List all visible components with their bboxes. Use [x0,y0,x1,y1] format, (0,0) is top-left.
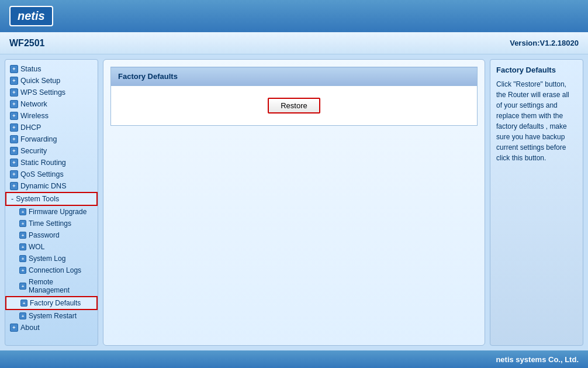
wol-icon: + [19,243,26,250]
subitem-label-time: Time Settings [29,219,71,228]
subitem-label-remote-mgmt: Remote Management [29,278,93,294]
dynamic-dns-icon: + [10,182,18,190]
dhcp-icon: + [10,123,18,132]
company-name: netis systems Co., Ltd. [496,355,579,364]
version-label: Version:V1.2.18020 [510,39,579,47]
sidebar-item-static-routing[interactable]: + Static Routing [5,157,98,168]
restart-icon: + [19,312,26,319]
network-icon: + [10,100,18,108]
sidebar-item-qos-settings[interactable]: + QoS Settings [5,168,98,180]
help-title: Factory Defaults [496,66,577,74]
security-icon: + [10,147,18,155]
table-body: Restore [111,86,478,126]
sidebar-subitem-password[interactable]: + Password [5,229,98,241]
conn-logs-icon: + [19,267,26,274]
sidebar-subitem-wol[interactable]: + WOL [5,241,98,253]
sidebar-label-dynamic-dns: Dynamic DNS [20,182,67,190]
subitem-label-syslog: System Log [29,254,65,263]
sidebar-label-status: Status [20,65,41,73]
help-panel: Factory Defaults Click "Restore" button,… [490,59,583,346]
sidebar-item-about[interactable]: + About [5,322,98,333]
sidebar-item-dhcp[interactable]: + DHCP [5,122,98,133]
sidebar-item-wireless[interactable]: + Wireless [5,110,98,122]
sidebar-item-status[interactable]: + Status [5,63,98,75]
sidebar-subitem-remote-management[interactable]: + Remote Management [5,276,98,296]
main-layout: + Status + Quick Setup + WPS Settings + … [0,54,588,350]
syslog-icon: + [19,255,26,262]
quick-setup-icon: + [10,77,18,85]
subitem-label-conn-logs: Connection Logs [29,266,81,274]
sidebar-label-wps: WPS Settings [20,88,65,97]
sidebar-label-dhcp: DHCP [20,123,41,132]
sidebar-item-system-tools[interactable]: - System Tools [5,192,98,206]
help-text: Click "Restore" button, the Router will … [496,79,577,163]
remote-mgmt-icon: + [19,283,26,290]
header: netis [0,0,588,32]
sidebar-label-static-routing: Static Routing [20,159,66,167]
wps-icon: + [10,88,18,97]
sidebar: + Status + Quick Setup + WPS Settings + … [5,59,98,346]
sidebar-item-wps-settings[interactable]: + WPS Settings [5,87,98,98]
forwarding-icon: + [10,135,18,143]
sidebar-item-forwarding[interactable]: + Forwarding [5,133,98,145]
sidebar-label-forwarding: Forwarding [20,135,57,143]
sidebar-label-qos: QoS Settings [20,170,64,178]
sidebar-subitem-factory-defaults[interactable]: + Factory Defaults [5,296,98,310]
sidebar-item-network[interactable]: + Network [5,98,98,110]
sidebar-subitem-system-restart[interactable]: + System Restart [5,310,98,322]
table-header: Factory Defaults [111,67,478,86]
sidebar-label-system-tools: System Tools [16,195,59,203]
device-name: WF2501 [9,38,44,49]
sidebar-item-quick-setup[interactable]: + Quick Setup [5,75,98,87]
sidebar-label-quick-setup: Quick Setup [20,77,60,85]
system-tools-icon: - [11,195,13,203]
qos-icon: + [10,170,18,178]
footer: netis systems Co., Ltd. [0,350,588,368]
sidebar-subitem-firmware-upgrade[interactable]: + Firmware Upgrade [5,206,98,218]
wireless-icon: + [10,112,18,120]
about-icon: + [10,324,18,332]
sidebar-label-wireless: Wireless [20,112,49,120]
sidebar-label-network: Network [20,100,47,108]
password-icon: + [19,232,26,239]
restore-button[interactable]: Restore [268,98,320,114]
subitem-label-wol: WOL [29,243,44,251]
sidebar-item-security[interactable]: + Security [5,145,98,157]
sidebar-subitem-connection-logs[interactable]: + Connection Logs [5,264,98,276]
main-panel: Factory Defaults Restore [103,59,485,346]
subitem-label-system-restart: System Restart [29,312,77,320]
logo: netis [9,6,53,26]
factory-defaults-table: Factory Defaults Restore [110,67,478,126]
sidebar-label-security: Security [20,147,47,155]
factory-icon: + [20,300,27,307]
sidebar-subitem-time-settings[interactable]: + Time Settings [5,218,98,229]
content-area: Factory Defaults Restore Factory Default… [103,59,583,346]
sidebar-item-dynamic-dns[interactable]: + Dynamic DNS [5,180,98,192]
sub-header: WF2501 Version:V1.2.18020 [0,32,588,54]
firmware-icon: + [19,208,26,215]
status-icon: + [10,65,18,73]
sidebar-subitem-system-log[interactable]: + System Log [5,253,98,264]
static-routing-icon: + [10,159,18,167]
subitem-label-password: Password [29,231,60,239]
sidebar-label-about: About [20,324,40,332]
subitem-label-firmware: Firmware Upgrade [29,208,87,216]
subitem-label-factory-defaults: Factory Defaults [30,299,81,307]
time-icon: + [19,220,26,227]
